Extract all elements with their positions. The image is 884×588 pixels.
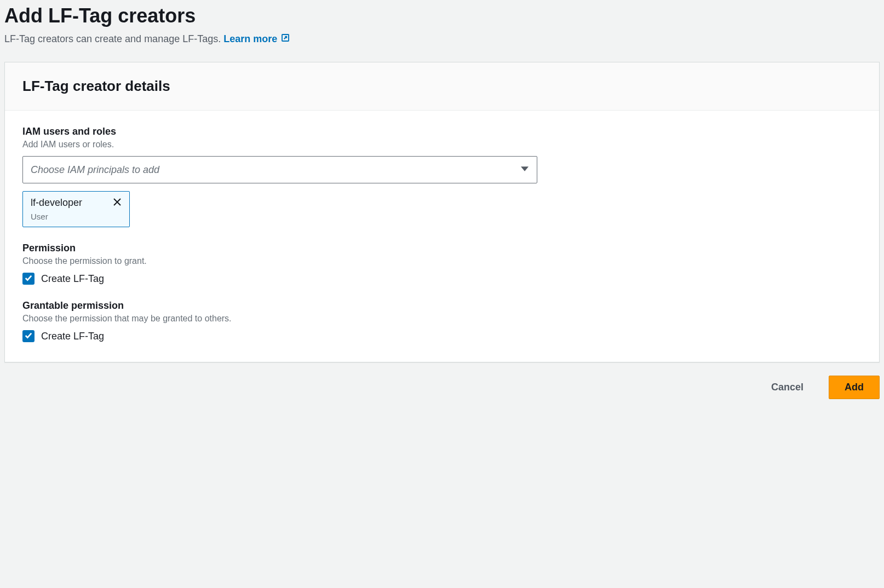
external-link-icon <box>280 33 290 45</box>
token-remove-button[interactable] <box>113 198 122 208</box>
details-panel: LF-Tag creator details IAM users and rol… <box>4 62 880 362</box>
permission-field-block: Permission Choose the permission to gran… <box>22 243 862 285</box>
token-type: User <box>31 212 122 221</box>
grantable-field-block: Grantable permission Choose the permissi… <box>22 300 862 342</box>
token-name: lf-developer <box>31 197 82 209</box>
permission-hint: Choose the permission to grant. <box>22 256 862 266</box>
close-icon <box>113 198 122 208</box>
iam-principals-select[interactable]: Choose IAM principals to add <box>22 156 537 183</box>
selected-principal-token: lf-developer User <box>22 191 130 227</box>
learn-more-label: Learn more <box>223 33 277 45</box>
cancel-button[interactable]: Cancel <box>756 376 819 399</box>
iam-hint: Add IAM users or roles. <box>22 140 862 149</box>
learn-more-link[interactable]: Learn more <box>223 33 290 45</box>
permission-label: Permission <box>22 243 862 254</box>
page-description-text: LF-Tag creators can create and manage LF… <box>4 33 221 44</box>
grantable-hint: Choose the permission that may be grante… <box>22 314 862 324</box>
add-button[interactable]: Add <box>829 376 880 399</box>
permission-create-lftag-checkbox[interactable] <box>22 273 35 285</box>
permission-option-label: Create LF-Tag <box>41 273 104 285</box>
grantable-option-label: Create LF-Tag <box>41 331 104 342</box>
grantable-label: Grantable permission <box>22 300 862 312</box>
checkmark-icon <box>25 332 32 341</box>
panel-title: LF-Tag creator details <box>22 78 862 95</box>
page-description: LF-Tag creators can create and manage LF… <box>4 33 884 45</box>
iam-label: IAM users and roles <box>22 126 862 137</box>
panel-header: LF-Tag creator details <box>5 62 879 111</box>
grantable-create-lftag-checkbox[interactable] <box>22 330 35 342</box>
checkmark-icon <box>25 274 32 284</box>
page-title: Add LF-Tag creators <box>4 4 884 27</box>
iam-field-block: IAM users and roles Add IAM users or rol… <box>22 126 862 227</box>
footer-actions: Cancel Add <box>4 362 884 412</box>
